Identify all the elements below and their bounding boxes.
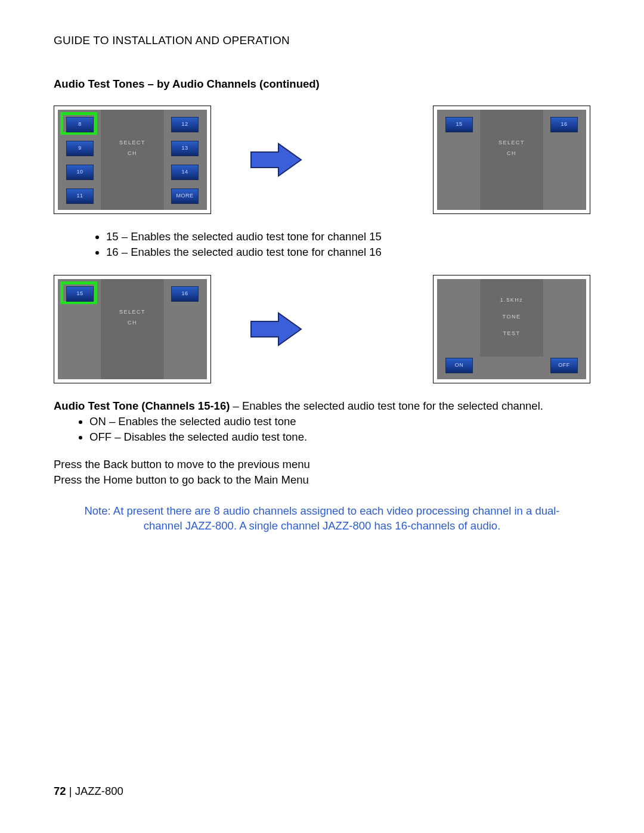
channel-14-button[interactable]: 14 — [171, 165, 199, 180]
channel-15-button[interactable]: 15 — [445, 117, 473, 132]
para-audio-test-tone: Audio Test Tone (Channels 15-16) – Enabl… — [54, 399, 590, 413]
bullets-on-off: ON – Enables the selected audio test ton… — [89, 414, 590, 444]
off-button[interactable]: OFF — [550, 358, 578, 373]
arrow-right-icon — [250, 311, 304, 348]
channel-10-button[interactable]: 10 — [66, 165, 94, 180]
section-heading: Audio Test Tones – by Audio Channels (co… — [54, 77, 590, 91]
footer-sep: | — [66, 785, 75, 797]
svg-marker-1 — [251, 313, 301, 345]
panel-1: 8 9 10 11 12 13 14 MORE SELECT CH — [58, 110, 207, 210]
page-header: GUIDE TO INSTALLATION AND OPERATION — [54, 33, 590, 48]
panel-3-frame: 15 16 SELECT CH — [54, 275, 211, 383]
panel-3: 15 16 SELECT CH — [58, 279, 207, 379]
test-label: TEST — [437, 330, 586, 337]
panel-2: 15 16 SELECT CH — [437, 110, 586, 210]
nav-instructions: Press the Back button to move to the pre… — [54, 457, 590, 487]
panel-3-inner — [101, 279, 164, 379]
panel-4-frame: 1.5KHz TONE TEST ON OFF — [433, 275, 590, 383]
channel-11-button[interactable]: 11 — [66, 188, 94, 204]
panel-2-frame: 15 16 SELECT CH — [433, 106, 590, 214]
channel-16-button[interactable]: 16 — [550, 117, 578, 132]
figure-row-2: 15 16 SELECT CH 1.5KHz TONE TEST ON OFF — [54, 275, 590, 383]
arrow-gap-2 — [211, 311, 342, 348]
panel-1-inner — [101, 110, 164, 210]
channel-12-button[interactable]: 12 — [171, 117, 199, 132]
select-label: SELECT — [437, 140, 586, 147]
on-button[interactable]: ON — [445, 358, 473, 373]
para-rest: – Enables the selected audio test tone f… — [230, 400, 543, 412]
channel-15-button[interactable]: 15 — [66, 286, 94, 302]
panel-1-frame: 8 9 10 11 12 13 14 MORE SELECT CH — [54, 106, 211, 214]
select-label: SELECT — [58, 140, 207, 147]
note-text: Note: At present there are 8 audio chann… — [54, 504, 590, 534]
channel-16-button[interactable]: 16 — [171, 286, 199, 302]
page-number: 72 — [54, 785, 66, 797]
footer-model: JAZZ-800 — [75, 785, 123, 797]
panel-4: 1.5KHz TONE TEST ON OFF — [437, 279, 586, 379]
figure-row-1: 8 9 10 11 12 13 14 MORE SELECT CH 15 16 … — [54, 106, 590, 214]
ch-label: CH — [58, 150, 207, 157]
tone-label: TONE — [437, 314, 586, 321]
nav-back: Press the Back button to move to the pre… — [54, 457, 590, 472]
nav-home: Press the Home button to go back to the … — [54, 473, 590, 487]
para-bold: Audio Test Tone (Channels 15-16) — [54, 400, 230, 412]
panel-2-inner — [480, 110, 543, 210]
bullet-off: OFF – Disables the selected audio test t… — [89, 430, 590, 444]
page-footer: 72 | JAZZ-800 — [54, 784, 123, 798]
bullet-16: 16 – Enables the selected audio test ton… — [106, 245, 590, 259]
bullet-on: ON – Enables the selected audio test ton… — [89, 414, 590, 429]
channel-8-button[interactable]: 8 — [66, 117, 94, 132]
arrow-right-icon — [250, 141, 304, 178]
more-button[interactable]: MORE — [171, 188, 199, 204]
select-label: SELECT — [58, 309, 207, 316]
svg-marker-0 — [251, 144, 301, 176]
arrow-gap-1 — [211, 141, 342, 178]
ch-label: CH — [58, 320, 207, 327]
bullets-channels-15-16: 15 – Enables the selected audio test ton… — [106, 230, 590, 259]
tone-freq-label: 1.5KHz — [437, 297, 586, 304]
ch-label: CH — [437, 150, 586, 157]
bullet-15: 15 – Enables the selected audio test ton… — [106, 230, 590, 244]
